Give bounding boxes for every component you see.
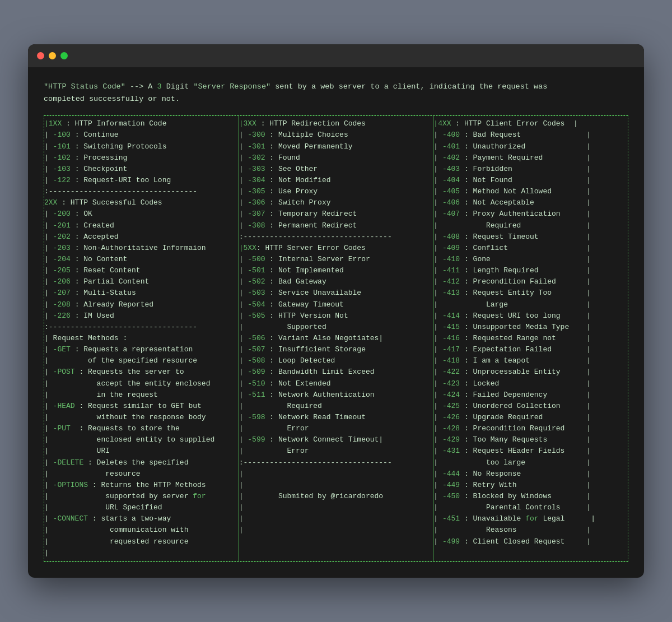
intro-digit-text: Digit [162, 82, 194, 91]
intro-text: "HTTP Status Code" --> A 3 Digit "Server… [44, 81, 628, 105]
bottom-divider [44, 561, 628, 561]
col-4xx: |4XX : HTTP Client Error Codes | | -400 … [433, 116, 628, 560]
col3-content: |4XX : HTTP Client Error Codes | | -400 … [433, 118, 628, 547]
main-table: |1XX : HTTP Information Code | -100 : Co… [44, 115, 628, 561]
digit-number: 3 [157, 82, 162, 91]
titlebar [28, 44, 644, 67]
terminal-content: "HTTP Status Code" --> A 3 Digit "Server… [28, 67, 644, 578]
col-1xx-2xx-methods: |1XX : HTTP Information Code | -100 : Co… [44, 116, 239, 560]
http-status-code-label: "HTTP Status Code" [44, 82, 125, 91]
intro-arrow: --> A [125, 82, 157, 91]
col1-content: |1XX : HTTP Information Code | -100 : Co… [44, 118, 239, 558]
server-response-label: "Server Response" [193, 82, 270, 91]
col2-content: |3XX : HTTP Redirection Codes | -300 : M… [239, 118, 433, 536]
close-button[interactable] [37, 52, 44, 59]
col-3xx-5xx: |3XX : HTTP Redirection Codes | -300 : M… [239, 116, 434, 560]
terminal-window: "HTTP Status Code" --> A 3 Digit "Server… [28, 44, 644, 578]
maximize-button[interactable] [60, 52, 68, 59]
minimize-button[interactable] [49, 52, 56, 59]
table-columns: |1XX : HTTP Information Code | -100 : Co… [44, 116, 628, 560]
